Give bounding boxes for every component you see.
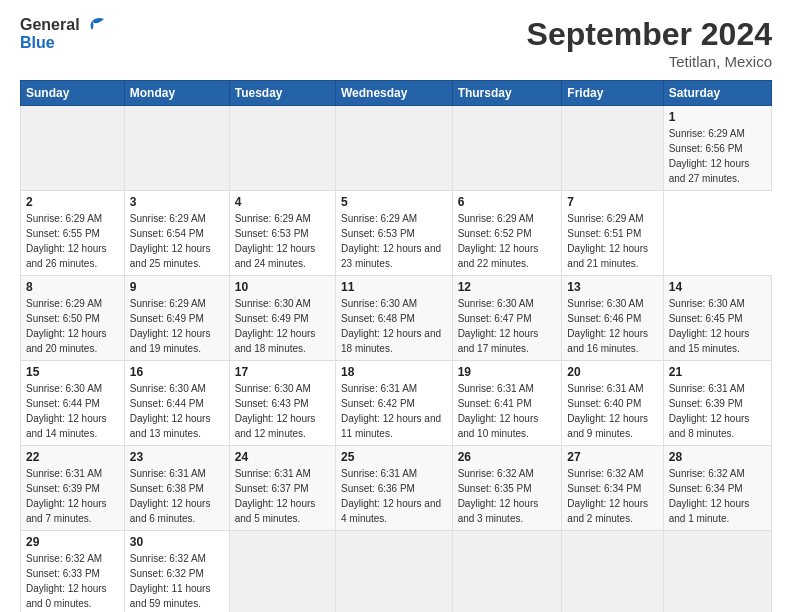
logo-bird-icon — [82, 16, 104, 34]
day-info: Sunrise: 6:29 AMSunset: 6:50 PMDaylight:… — [26, 298, 107, 354]
calendar-week-row: 2 Sunrise: 6:29 AMSunset: 6:55 PMDayligh… — [21, 191, 772, 276]
header: General Blue September 2024 Tetitlan, Me… — [20, 16, 772, 70]
calendar-day-cell — [229, 106, 335, 191]
day-info: Sunrise: 6:31 AMSunset: 6:37 PMDaylight:… — [235, 468, 316, 524]
calendar-day-cell: 9 Sunrise: 6:29 AMSunset: 6:49 PMDayligh… — [124, 276, 229, 361]
calendar-day-cell: 2 Sunrise: 6:29 AMSunset: 6:55 PMDayligh… — [21, 191, 125, 276]
calendar-page: General Blue September 2024 Tetitlan, Me… — [0, 0, 792, 612]
day-info: Sunrise: 6:29 AMSunset: 6:56 PMDaylight:… — [669, 128, 750, 184]
day-info: Sunrise: 6:31 AMSunset: 6:42 PMDaylight:… — [341, 383, 441, 439]
day-info: Sunrise: 6:30 AMSunset: 6:44 PMDaylight:… — [130, 383, 211, 439]
header-friday: Friday — [562, 81, 663, 106]
day-number: 17 — [235, 365, 330, 379]
location: Tetitlan, Mexico — [527, 53, 772, 70]
day-number: 14 — [669, 280, 766, 294]
day-number: 11 — [341, 280, 447, 294]
calendar-day-cell: 24 Sunrise: 6:31 AMSunset: 6:37 PMDaylig… — [229, 446, 335, 531]
calendar-day-cell — [452, 531, 562, 613]
calendar-day-cell: 8 Sunrise: 6:29 AMSunset: 6:50 PMDayligh… — [21, 276, 125, 361]
day-number: 10 — [235, 280, 330, 294]
day-info: Sunrise: 6:30 AMSunset: 6:46 PMDaylight:… — [567, 298, 648, 354]
day-number: 25 — [341, 450, 447, 464]
day-number: 22 — [26, 450, 119, 464]
day-number: 15 — [26, 365, 119, 379]
day-number: 5 — [341, 195, 447, 209]
calendar-day-cell: 16 Sunrise: 6:30 AMSunset: 6:44 PMDaylig… — [124, 361, 229, 446]
calendar-day-cell: 3 Sunrise: 6:29 AMSunset: 6:54 PMDayligh… — [124, 191, 229, 276]
day-number: 13 — [567, 280, 657, 294]
day-number: 28 — [669, 450, 766, 464]
day-number: 8 — [26, 280, 119, 294]
day-number: 20 — [567, 365, 657, 379]
day-info: Sunrise: 6:31 AMSunset: 6:36 PMDaylight:… — [341, 468, 441, 524]
day-number: 18 — [341, 365, 447, 379]
day-info: Sunrise: 6:31 AMSunset: 6:39 PMDaylight:… — [26, 468, 107, 524]
day-info: Sunrise: 6:29 AMSunset: 6:53 PMDaylight:… — [235, 213, 316, 269]
day-info: Sunrise: 6:32 AMSunset: 6:32 PMDaylight:… — [130, 553, 211, 609]
calendar-week-row: 8 Sunrise: 6:29 AMSunset: 6:50 PMDayligh… — [21, 276, 772, 361]
day-info: Sunrise: 6:31 AMSunset: 6:40 PMDaylight:… — [567, 383, 648, 439]
month-title: September 2024 — [527, 16, 772, 53]
day-number: 1 — [669, 110, 766, 124]
day-number: 30 — [130, 535, 224, 549]
day-info: Sunrise: 6:29 AMSunset: 6:51 PMDaylight:… — [567, 213, 648, 269]
calendar-day-cell: 14 Sunrise: 6:30 AMSunset: 6:45 PMDaylig… — [663, 276, 771, 361]
header-wednesday: Wednesday — [335, 81, 452, 106]
calendar-day-cell: 23 Sunrise: 6:31 AMSunset: 6:38 PMDaylig… — [124, 446, 229, 531]
logo: General Blue — [20, 16, 104, 52]
calendar-day-cell: 28 Sunrise: 6:32 AMSunset: 6:34 PMDaylig… — [663, 446, 771, 531]
calendar-day-cell: 30 Sunrise: 6:32 AMSunset: 6:32 PMDaylig… — [124, 531, 229, 613]
calendar-day-cell: 27 Sunrise: 6:32 AMSunset: 6:34 PMDaylig… — [562, 446, 663, 531]
calendar-day-cell: 7 Sunrise: 6:29 AMSunset: 6:51 PMDayligh… — [562, 191, 663, 276]
calendar-day-cell: 19 Sunrise: 6:31 AMSunset: 6:41 PMDaylig… — [452, 361, 562, 446]
calendar-day-cell: 11 Sunrise: 6:30 AMSunset: 6:48 PMDaylig… — [335, 276, 452, 361]
header-saturday: Saturday — [663, 81, 771, 106]
calendar-day-cell: 25 Sunrise: 6:31 AMSunset: 6:36 PMDaylig… — [335, 446, 452, 531]
calendar-day-cell: 29 Sunrise: 6:32 AMSunset: 6:33 PMDaylig… — [21, 531, 125, 613]
header-thursday: Thursday — [452, 81, 562, 106]
day-info: Sunrise: 6:30 AMSunset: 6:43 PMDaylight:… — [235, 383, 316, 439]
calendar-day-cell — [452, 106, 562, 191]
day-number: 29 — [26, 535, 119, 549]
day-number: 19 — [458, 365, 557, 379]
day-info: Sunrise: 6:29 AMSunset: 6:54 PMDaylight:… — [130, 213, 211, 269]
day-info: Sunrise: 6:31 AMSunset: 6:38 PMDaylight:… — [130, 468, 211, 524]
day-info: Sunrise: 6:30 AMSunset: 6:48 PMDaylight:… — [341, 298, 441, 354]
header-sunday: Sunday — [21, 81, 125, 106]
day-info: Sunrise: 6:29 AMSunset: 6:55 PMDaylight:… — [26, 213, 107, 269]
title-area: September 2024 Tetitlan, Mexico — [527, 16, 772, 70]
calendar-day-cell: 18 Sunrise: 6:31 AMSunset: 6:42 PMDaylig… — [335, 361, 452, 446]
day-info: Sunrise: 6:30 AMSunset: 6:44 PMDaylight:… — [26, 383, 107, 439]
calendar-day-cell — [21, 106, 125, 191]
calendar-day-cell: 15 Sunrise: 6:30 AMSunset: 6:44 PMDaylig… — [21, 361, 125, 446]
day-number: 12 — [458, 280, 557, 294]
calendar-week-row: 15 Sunrise: 6:30 AMSunset: 6:44 PMDaylig… — [21, 361, 772, 446]
header-tuesday: Tuesday — [229, 81, 335, 106]
calendar-day-cell — [562, 106, 663, 191]
calendar-day-cell: 5 Sunrise: 6:29 AMSunset: 6:53 PMDayligh… — [335, 191, 452, 276]
calendar-day-cell: 22 Sunrise: 6:31 AMSunset: 6:39 PMDaylig… — [21, 446, 125, 531]
day-info: Sunrise: 6:31 AMSunset: 6:39 PMDaylight:… — [669, 383, 750, 439]
day-info: Sunrise: 6:32 AMSunset: 6:34 PMDaylight:… — [669, 468, 750, 524]
day-number: 4 — [235, 195, 330, 209]
day-info: Sunrise: 6:32 AMSunset: 6:34 PMDaylight:… — [567, 468, 648, 524]
calendar-day-cell: 20 Sunrise: 6:31 AMSunset: 6:40 PMDaylig… — [562, 361, 663, 446]
calendar-day-cell: 10 Sunrise: 6:30 AMSunset: 6:49 PMDaylig… — [229, 276, 335, 361]
day-info: Sunrise: 6:30 AMSunset: 6:49 PMDaylight:… — [235, 298, 316, 354]
logo-general: General — [20, 16, 80, 34]
calendar-header-row: Sunday Monday Tuesday Wednesday Thursday… — [21, 81, 772, 106]
day-number: 27 — [567, 450, 657, 464]
calendar-table: Sunday Monday Tuesday Wednesday Thursday… — [20, 80, 772, 612]
day-number: 24 — [235, 450, 330, 464]
day-number: 6 — [458, 195, 557, 209]
calendar-day-cell — [335, 531, 452, 613]
day-info: Sunrise: 6:29 AMSunset: 6:53 PMDaylight:… — [341, 213, 441, 269]
day-info: Sunrise: 6:30 AMSunset: 6:47 PMDaylight:… — [458, 298, 539, 354]
day-number: 23 — [130, 450, 224, 464]
day-info: Sunrise: 6:29 AMSunset: 6:52 PMDaylight:… — [458, 213, 539, 269]
calendar-week-row: 29 Sunrise: 6:32 AMSunset: 6:33 PMDaylig… — [21, 531, 772, 613]
calendar-day-cell: 21 Sunrise: 6:31 AMSunset: 6:39 PMDaylig… — [663, 361, 771, 446]
calendar-day-cell — [229, 531, 335, 613]
day-info: Sunrise: 6:32 AMSunset: 6:35 PMDaylight:… — [458, 468, 539, 524]
day-number: 16 — [130, 365, 224, 379]
